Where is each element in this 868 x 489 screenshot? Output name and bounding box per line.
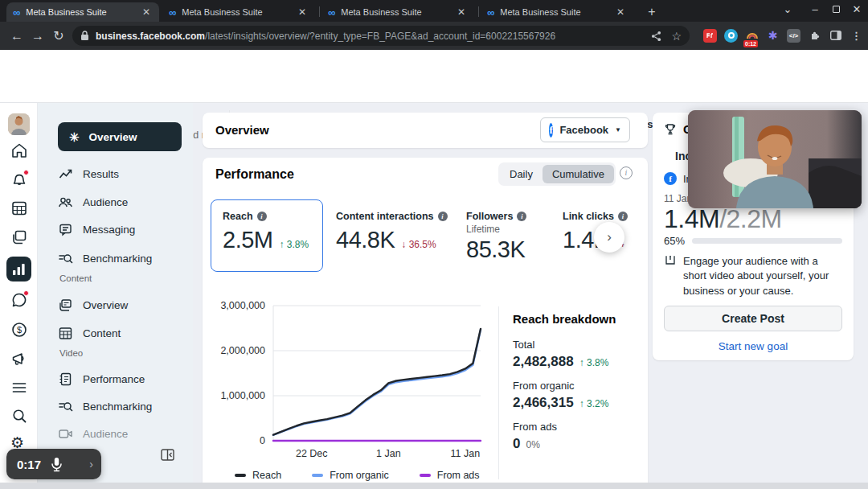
svg-text:2,000,000: 2,000,000 <box>220 345 265 356</box>
toggle-cumulative[interactable]: Cumulative <box>542 165 614 183</box>
nav-item-benchmarking[interactable]: Benchmarking <box>58 245 182 271</box>
search-icon[interactable] <box>10 407 28 425</box>
all-tools-menu-icon[interactable] <box>10 379 28 397</box>
notification-badge <box>23 170 29 175</box>
meta-favicon-icon: ∞ <box>487 7 494 18</box>
side-panel-icon[interactable] <box>829 29 842 43</box>
svg-text:1,000,000: 1,000,000 <box>220 390 265 401</box>
recording-control-pill[interactable]: 0:17 › <box>6 449 101 479</box>
legend-swatch <box>312 474 323 477</box>
channel-selector[interactable]: f Facebook ▼ <box>540 117 630 142</box>
webcam-video-overlay[interactable] <box>688 110 862 208</box>
metric-label: Followers <box>466 211 513 222</box>
extension-red-icon[interactable] <box>703 29 717 43</box>
legend-item[interactable]: From ads <box>420 470 480 481</box>
svg-text:0: 0 <box>260 435 265 446</box>
extensions-puzzle-icon[interactable] <box>808 29 821 43</box>
legend-item[interactable]: From organic <box>312 470 389 481</box>
screen-recorder-extension-icon[interactable]: 0:12 <box>745 29 759 43</box>
home-icon[interactable] <box>10 142 28 159</box>
nav-item-video-performance[interactable]: Performance <box>58 366 182 392</box>
metric-reach[interactable]: Reachi 2.5M↑ 3.8% <box>211 199 323 272</box>
breakdown-title: Reach breakdown <box>513 312 643 326</box>
browser-tab-4[interactable]: ∞ Meta Business Suite ✕ <box>481 2 633 22</box>
channel-label: Facebook <box>559 124 608 136</box>
tab-close-icon[interactable]: ✕ <box>614 6 627 18</box>
extension-blue-icon[interactable] <box>724 29 738 43</box>
window-minimize-button[interactable]: – <box>807 3 823 15</box>
browser-tab-2[interactable]: ∞ Meta Business Suite ✕ <box>162 2 315 22</box>
results-icon <box>58 166 73 182</box>
expand-chevron-icon[interactable]: › <box>89 458 93 471</box>
notifications-bell-icon[interactable] <box>10 171 28 188</box>
chart-legend: ReachFrom organicFrom ads <box>235 470 480 481</box>
info-icon[interactable]: i <box>620 166 633 179</box>
nav-item-label: Messaging <box>83 224 135 236</box>
tab-search-chevron-icon[interactable]: ⌄ <box>780 3 796 15</box>
meta-favicon-icon: ∞ <box>328 7 335 18</box>
legend-swatch <box>420 474 431 477</box>
nav-item-messaging[interactable]: Messaging <box>58 216 182 242</box>
forward-button[interactable]: → <box>27 29 48 43</box>
goal-progress-numbers: 1.4M/2.2M <box>664 204 782 234</box>
ads-megaphone-icon[interactable] <box>10 350 28 368</box>
tab-close-icon[interactable]: ✕ <box>455 6 468 18</box>
bookmark-star-icon[interactable]: ☆ <box>671 30 682 43</box>
nav-item-label: Audience <box>83 428 128 440</box>
metric-followers[interactable]: Followersi Lifetime 85.3K <box>466 211 526 263</box>
nav-item-video-audience[interactable]: Audience <box>58 421 182 446</box>
legend-item[interactable]: Reach <box>235 470 281 481</box>
browser-tab-1[interactable]: ∞ Meta Business Suite ✕ <box>6 2 159 22</box>
recording-timer: 0:17 <box>17 458 41 471</box>
browser-tab-3[interactable]: ∞ Meta Business Suite ✕ <box>321 2 474 22</box>
start-new-goal-link[interactable]: Start new goal <box>653 340 854 352</box>
video-camera-icon <box>58 426 73 442</box>
monetization-icon[interactable]: $ <box>10 321 28 339</box>
extension-code-icon[interactable]: </> <box>787 29 800 43</box>
content-icon[interactable] <box>10 228 28 246</box>
reload-button[interactable]: ↻ <box>48 28 69 43</box>
app-rail: $ ⚙ <box>0 103 38 483</box>
metrics-scroll-right-button[interactable]: › <box>594 222 624 253</box>
metric-content-interactions[interactable]: Content interactionsi 44.8K↓ 36.5% <box>336 211 448 253</box>
address-bar[interactable]: business.facebook.com/latest/insights/ov… <box>72 26 690 46</box>
avatar[interactable] <box>8 113 30 135</box>
breakdown-label: From organic <box>513 380 643 392</box>
toggle-daily[interactable]: Daily <box>500 165 542 183</box>
info-icon: i <box>438 212 448 221</box>
nav-item-results[interactable]: Results <box>58 161 182 187</box>
insights-icon-active[interactable] <box>6 257 31 281</box>
nav-item-audience[interactable]: Audience <box>58 189 182 215</box>
create-post-button[interactable]: Create Post <box>664 306 842 331</box>
browser-toolbar: ← → ↻ business.facebook.com/latest/insig… <box>0 22 868 50</box>
benchmarking-icon <box>58 251 73 266</box>
svg-text:$: $ <box>17 325 22 335</box>
browser-menu-kebab-icon[interactable]: ⋮ <box>850 29 863 43</box>
share-icon[interactable] <box>651 31 661 42</box>
nav-item-video-benchmarking[interactable]: Benchmarking <box>58 393 182 419</box>
extension-purple-icon[interactable]: ✱ <box>766 29 780 43</box>
tab-separator <box>319 6 320 17</box>
goal-progress: 65% <box>664 235 842 247</box>
svg-text:11 Jan: 11 Jan <box>451 448 481 459</box>
new-tab-button[interactable]: + <box>643 4 661 20</box>
nav-item-content-content[interactable]: Content <box>58 320 182 346</box>
collapse-sidebar-icon[interactable] <box>161 449 174 461</box>
nav-item-label: Benchmarking <box>83 401 152 413</box>
tab-close-icon[interactable]: ✕ <box>140 6 153 18</box>
inbox-chat-icon[interactable] <box>10 291 28 309</box>
nav-item-content-overview[interactable]: Overview <box>58 292 182 318</box>
up-arrow-icon: ↑ <box>579 357 584 368</box>
tab-title: Meta Business Suite <box>182 7 296 17</box>
svg-text:1 Jan: 1 Jan <box>376 448 401 459</box>
metric-value: 44.8K <box>336 227 395 253</box>
nav-item-overview[interactable]: ✳ Overview <box>58 122 182 151</box>
planner-icon[interactable] <box>10 199 28 217</box>
microphone-icon[interactable] <box>51 457 63 472</box>
window-close-button[interactable]: ✕ <box>849 3 865 15</box>
tab-close-icon[interactable]: ✕ <box>296 6 309 18</box>
goal-target: /2.2M <box>719 204 782 233</box>
nav-item-label: Performance <box>83 373 145 385</box>
back-button[interactable]: ← <box>6 29 27 43</box>
window-restore-button[interactable] <box>828 3 844 15</box>
